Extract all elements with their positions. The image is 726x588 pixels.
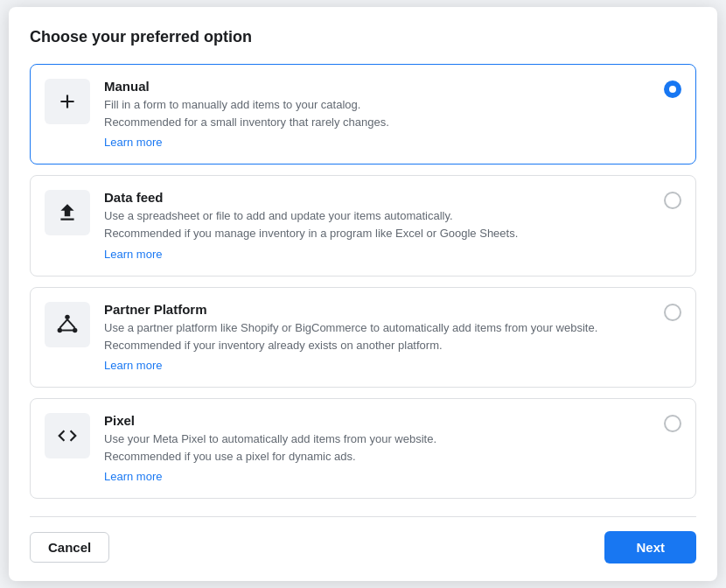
partner-platform-title: Partner Platform [104, 302, 650, 317]
data-feed-rec: Recommended if you manage inventory in a… [104, 226, 650, 242]
partner-platform-learn-more[interactable]: Learn more [104, 359, 162, 372]
manual-desc: Fill in a form to manually add items to … [104, 97, 650, 113]
modal-container: Choose your preferred option Manual Fill… [9, 7, 717, 582]
modal-footer: Cancel Next [30, 516, 696, 564]
data-feed-title: Data feed [104, 190, 650, 205]
plus-icon [56, 90, 79, 113]
manual-icon-box [45, 79, 90, 124]
option-data-feed[interactable]: Data feed Use a spreadsheet or file to a… [30, 175, 696, 276]
svg-point-0 [65, 314, 69, 318]
manual-content: Manual Fill in a form to manually add it… [104, 79, 650, 150]
partner-platform-icon-box [45, 302, 90, 347]
pixel-content: Pixel Use your Meta Pixel to automatical… [104, 413, 650, 484]
manual-title: Manual [104, 79, 650, 94]
data-feed-icon-box [45, 190, 90, 235]
partner-platform-radio[interactable] [664, 304, 681, 321]
data-feed-radio[interactable] [664, 192, 681, 209]
pixel-radio[interactable] [664, 415, 681, 432]
partner-platform-rec: Recommended if your inventory already ex… [104, 338, 650, 354]
manual-rec: Recommended for a small inventory that r… [104, 115, 650, 130]
option-partner-platform[interactable]: Partner Platform Use a partner platform … [30, 287, 696, 388]
partner-platform-content: Partner Platform Use a partner platform … [104, 302, 650, 373]
data-feed-content: Data feed Use a spreadsheet or file to a… [104, 190, 650, 261]
data-feed-learn-more[interactable]: Learn more [104, 248, 162, 261]
cancel-button[interactable]: Cancel [30, 532, 109, 563]
pixel-icon-box [45, 413, 90, 458]
partner-platform-desc: Use a partner platform like Shopify or B… [104, 320, 650, 336]
option-manual[interactable]: Manual Fill in a form to manually add it… [30, 64, 696, 164]
nodes-icon [56, 313, 79, 336]
svg-line-4 [67, 319, 75, 328]
pixel-rec: Recommended if you use a pixel for dynam… [104, 449, 650, 465]
modal-title: Choose your preferred option [30, 28, 696, 46]
svg-point-1 [58, 327, 62, 332]
pixel-learn-more[interactable]: Learn more [104, 470, 162, 483]
pixel-desc: Use your Meta Pixel to automatically add… [104, 431, 650, 447]
code-icon [56, 424, 79, 447]
pixel-title: Pixel [104, 413, 650, 428]
svg-point-2 [73, 327, 77, 332]
data-feed-desc: Use a spreadsheet or file to add and upd… [104, 208, 650, 224]
next-button[interactable]: Next [604, 531, 696, 564]
option-pixel[interactable]: Pixel Use your Meta Pixel to automatical… [30, 398, 696, 499]
manual-learn-more[interactable]: Learn more [104, 136, 162, 149]
upload-icon [56, 201, 79, 224]
svg-line-3 [59, 319, 67, 328]
manual-radio[interactable] [664, 80, 681, 98]
options-list: Manual Fill in a form to manually add it… [30, 64, 696, 500]
